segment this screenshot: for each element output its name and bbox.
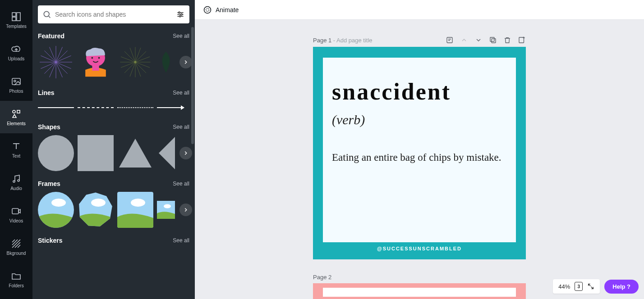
section-featured: Featured See all — [38, 32, 189, 80]
landscape-icon — [157, 192, 175, 228]
rail-audio[interactable]: Audio — [0, 166, 32, 198]
rail-bkground[interactable]: Bkground — [0, 231, 32, 263]
section-title: Stickers — [38, 237, 62, 244]
firework-green-icon — [117, 44, 153, 80]
see-all-featured[interactable]: See all — [173, 33, 189, 39]
svg-line-47 — [135, 48, 141, 62]
svg-point-11 — [179, 12, 180, 13]
search-wrap — [38, 5, 189, 23]
shape-circle[interactable] — [38, 135, 74, 171]
rail-label: Templates — [6, 24, 27, 29]
rail-label: Uploads — [8, 56, 25, 61]
design-pos[interactable]: (verb) — [332, 112, 507, 127]
videos-icon — [11, 206, 22, 217]
design-handle[interactable]: @SUCCESSUNSCRAMBLED — [323, 246, 516, 251]
frame-circle[interactable] — [38, 192, 74, 228]
animate-label: Animate — [216, 6, 239, 14]
line-solid[interactable] — [38, 107, 74, 108]
svg-line-48 — [130, 62, 135, 77]
rail-elements[interactable]: Elements — [0, 101, 32, 133]
move-up-button[interactable] — [460, 36, 468, 44]
zoom-percent[interactable]: 44% — [558, 283, 570, 290]
featured-item-firework-green[interactable] — [117, 44, 153, 80]
page-title-placeholder: Add page title — [336, 37, 373, 44]
see-all-shapes[interactable]: See all — [173, 124, 189, 130]
firework-icon — [38, 44, 74, 80]
text-icon — [11, 141, 22, 152]
rail-photos[interactable]: Photos — [0, 68, 32, 101]
rail-templates[interactable]: Templates — [0, 4, 32, 36]
frames-next-button[interactable] — [179, 204, 192, 216]
featured-next-button[interactable] — [179, 56, 192, 68]
featured-item-leaf[interactable] — [157, 44, 175, 80]
page-2-header: Page 2 — [313, 274, 526, 281]
page-2-label[interactable]: Page 2 — [313, 274, 331, 281]
line-arrow[interactable] — [157, 107, 184, 108]
move-down-button[interactable] — [474, 36, 483, 44]
section-lines: Lines See all — [38, 89, 189, 114]
trash-icon — [503, 36, 511, 44]
help-button[interactable]: Help ? — [604, 280, 639, 294]
section-title: Frames — [38, 180, 60, 187]
frame-blob[interactable] — [78, 192, 114, 228]
rail-uploads[interactable]: Uploads — [0, 36, 32, 68]
filter-icon[interactable] — [176, 10, 185, 19]
page-2-inner-peek — [323, 288, 516, 297]
page-2-canvas[interactable] — [313, 283, 526, 299]
shape-triangle[interactable] — [117, 135, 153, 171]
rail-label: Photos — [9, 89, 23, 94]
top-bar: Animate — [195, 0, 644, 20]
delete-button[interactable] — [503, 36, 511, 44]
see-all-frames[interactable]: See all — [173, 181, 189, 187]
animate-icon — [203, 5, 212, 14]
rail-videos[interactable]: Videos — [0, 198, 32, 231]
photos-icon — [11, 76, 22, 87]
svg-line-20 — [56, 50, 68, 62]
canvas-scroll[interactable]: Page 1 - Add page title snaccident (verb… — [195, 20, 644, 299]
section-title: Lines — [38, 89, 55, 96]
svg-point-56 — [91, 199, 106, 207]
line-dashed[interactable] — [78, 107, 114, 108]
svg-line-46 — [135, 62, 150, 68]
frame-rect[interactable] — [157, 192, 175, 228]
page-sep: - — [331, 37, 336, 44]
rail-label: Folders — [9, 283, 23, 288]
notes-button[interactable] — [446, 36, 454, 44]
landscape-icon — [78, 192, 114, 228]
page-count-badge[interactable]: 3 — [575, 282, 583, 291]
search-input[interactable] — [55, 11, 172, 18]
svg-point-12 — [181, 14, 182, 15]
rail-folders[interactable]: Folders — [0, 263, 32, 295]
design-definition[interactable]: Eating an entire bag of chips by mistake… — [332, 150, 507, 165]
duplicate-button[interactable] — [489, 36, 497, 44]
shape-square[interactable] — [78, 135, 114, 171]
see-all-stickers[interactable]: See all — [173, 237, 189, 244]
see-all-lines[interactable]: See all — [173, 90, 189, 96]
shapes-next-button[interactable] — [179, 147, 192, 159]
add-page-button[interactable] — [518, 36, 526, 44]
page-1-wrap: Page 1 - Add page title snaccident (verb… — [313, 36, 526, 259]
featured-item-firework-purple[interactable] — [38, 44, 74, 80]
fullscreen-button[interactable] — [587, 283, 594, 290]
svg-point-58 — [131, 199, 145, 207]
svg-rect-64 — [492, 39, 496, 43]
panel-collapse-button[interactable] — [194, 149, 195, 167]
page-1-tools — [446, 36, 526, 44]
rail-text[interactable]: Text — [0, 133, 32, 166]
bkground-icon — [11, 238, 22, 249]
svg-marker-52 — [159, 137, 175, 169]
page-1-label[interactable]: Page 1 - Add page title — [313, 37, 373, 44]
line-dotted[interactable] — [117, 107, 153, 108]
shape-diamond[interactable] — [157, 135, 175, 171]
svg-line-40 — [135, 62, 146, 73]
featured-item-character[interactable] — [78, 44, 114, 80]
frame-square[interactable] — [117, 192, 153, 228]
svg-line-50 — [121, 62, 135, 68]
svg-line-41 — [135, 51, 146, 62]
design-word[interactable]: snaccident — [332, 78, 507, 105]
svg-rect-1 — [17, 13, 20, 21]
diamond-icon — [157, 135, 175, 171]
panel-scrollbar[interactable] — [191, 27, 194, 144]
animate-button[interactable]: Animate — [203, 5, 239, 14]
page-1-canvas[interactable]: snaccident (verb) Eating an entire bag o… — [313, 47, 526, 259]
